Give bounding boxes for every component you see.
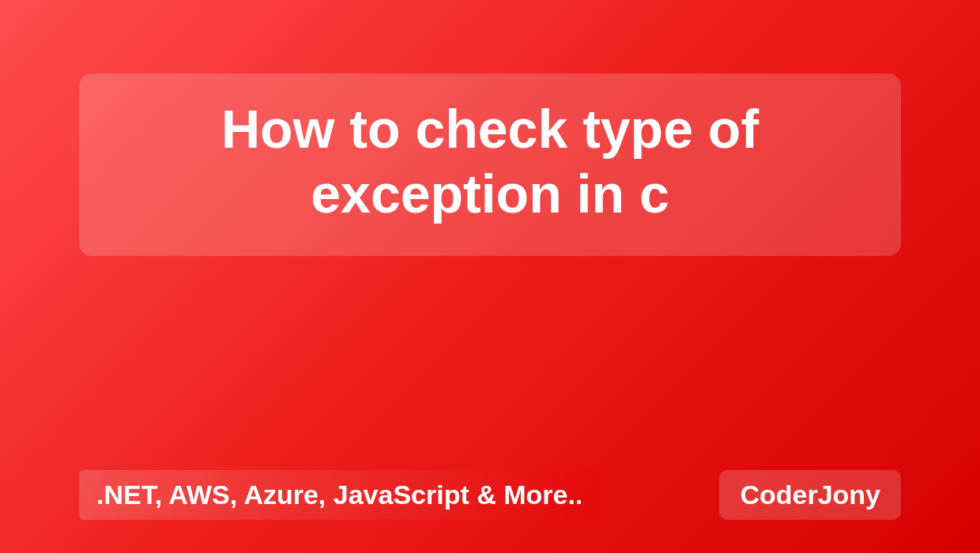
tagline-badge: .NET, AWS, Azure, JavaScript & More.. xyxy=(79,470,600,520)
page-title: How to check type of exception in c xyxy=(111,97,869,226)
footer: .NET, AWS, Azure, JavaScript & More.. Co… xyxy=(79,470,901,520)
brand-badge: CoderJony xyxy=(719,470,901,520)
title-card: How to check type of exception in c xyxy=(79,73,901,256)
